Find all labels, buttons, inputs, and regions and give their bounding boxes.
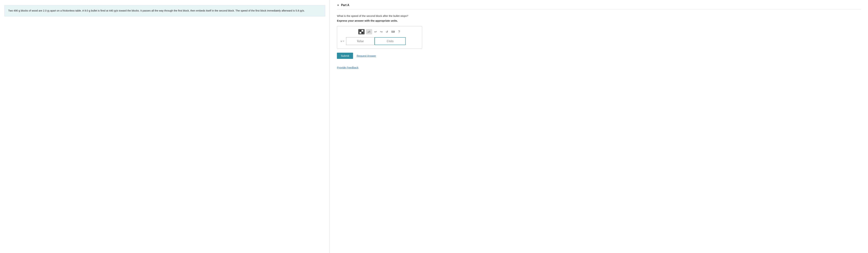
instruction-text: Express your answer with the appropriate… xyxy=(337,19,861,22)
keyboard-button[interactable]: ⌨ xyxy=(391,30,396,34)
toolbar: μÅ ↩ ↪ ↺ ⌨ ? xyxy=(341,29,418,34)
grid-cell-1 xyxy=(360,30,361,32)
grid-button[interactable] xyxy=(358,29,365,34)
v-label: v = xyxy=(341,40,344,43)
problem-text: Two 490 g blocks of wood are 2.0 m apart… xyxy=(8,9,305,12)
mu-label: μÅ xyxy=(368,30,370,33)
left-panel: Two 490 g blocks of wood are 2.0 m apart… xyxy=(0,0,330,253)
submit-button[interactable]: Submit xyxy=(337,53,353,59)
reload-button[interactable]: ↺ xyxy=(385,29,389,34)
grid-cell-4 xyxy=(362,32,363,34)
actions-row: Submit Request Answer xyxy=(337,53,861,59)
mu-button[interactable]: μÅ xyxy=(366,29,372,34)
answer-box: μÅ ↩ ↪ ↺ ⌨ ? v = xyxy=(337,26,422,49)
request-answer-link[interactable]: Request Answer xyxy=(356,54,376,57)
grid-cell-3 xyxy=(360,32,361,34)
part-header: ▼ Part A xyxy=(337,4,861,9)
right-panel: ▼ Part A What is the speed of the second… xyxy=(330,0,868,253)
problem-box: Two 490 g blocks of wood are 2.0 m apart… xyxy=(4,5,325,16)
units-input[interactable] xyxy=(375,37,406,45)
collapse-arrow-icon[interactable]: ▼ xyxy=(337,4,339,6)
value-input[interactable] xyxy=(346,37,375,45)
undo-button[interactable]: ↩ xyxy=(373,29,378,34)
redo-button[interactable]: ↪ xyxy=(379,29,383,34)
provide-feedback-link[interactable]: Provide Feedback xyxy=(337,66,359,69)
help-button[interactable]: ? xyxy=(397,29,401,34)
part-title: Part A xyxy=(341,4,349,7)
question-text: What is the speed of the second block af… xyxy=(337,14,861,17)
grid-icon xyxy=(360,30,363,34)
input-row: v = xyxy=(341,37,418,45)
grid-cell-2 xyxy=(362,30,363,32)
feedback-section: Provide Feedback xyxy=(337,66,861,69)
